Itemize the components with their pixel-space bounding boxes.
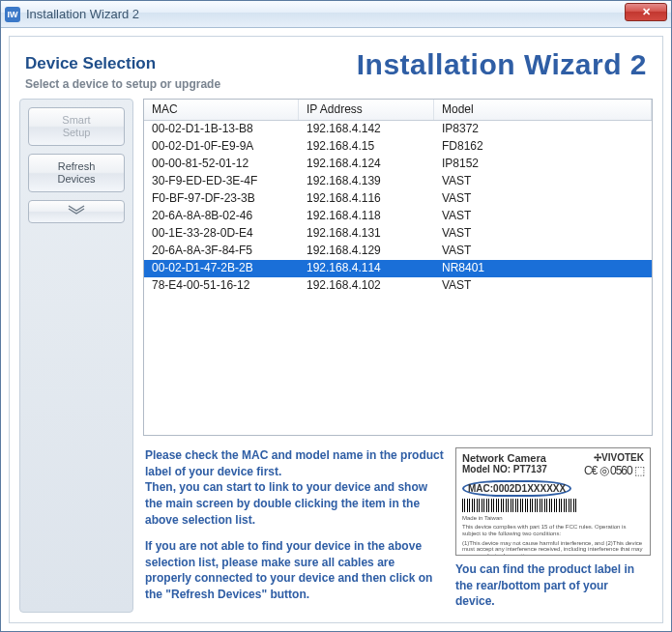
info-p3: If you are not able to find your device …: [145, 538, 444, 603]
product-label-box: Network Camera ✢VIVOTEK Model NO: PT7137…: [455, 447, 651, 613]
cell-model: FD8162: [434, 138, 652, 156]
window-title: Installation Wizard 2: [26, 7, 139, 21]
cell-model: VAST: [434, 173, 652, 190]
sidebar: Smart Setup Refresh Devices: [19, 99, 133, 613]
label-fineprint2: This device complies with part 15 of the…: [462, 524, 644, 536]
content-area: Device Selection Select a device to setu…: [1, 28, 671, 631]
cell-model: VAST: [434, 243, 652, 260]
cell-ip: 192.168.4.116: [299, 190, 434, 208]
table-row[interactable]: F0-BF-97-DF-23-3B192.168.4.116VAST: [144, 190, 652, 208]
cell-mac: 20-6A-8A-3F-84-F5: [144, 243, 299, 260]
cell-ip: 192.168.4.124: [299, 156, 434, 173]
col-header-model[interactable]: Model: [434, 100, 652, 120]
cell-mac: 30-F9-ED-ED-3E-4F: [144, 173, 299, 190]
barcode-icon: [462, 499, 578, 512]
cell-ip: 192.168.4.142: [299, 121, 434, 138]
info-text: Please check the MAC and model name in t…: [145, 447, 444, 613]
cell-mac: 20-6A-8A-8B-02-46: [144, 208, 299, 225]
titlebar: IW Installation Wizard 2 ✕: [1, 1, 671, 28]
refresh-devices-button[interactable]: Refresh Devices: [28, 154, 125, 192]
app-window: IW Installation Wizard 2 ✕ Device Select…: [0, 0, 672, 632]
info-p1: Please check the MAC and model name in t…: [145, 448, 444, 478]
table-row[interactable]: 00-02-D1-0F-E9-9A192.168.4.15FD8162: [144, 138, 652, 156]
cell-ip: 192.168.4.15: [299, 138, 434, 156]
cell-mac: 00-1E-33-28-0D-E4: [144, 225, 299, 243]
info-p2: Then, you can start to link to your devi…: [145, 480, 427, 527]
col-header-ip[interactable]: IP Address: [299, 100, 434, 120]
app-icon: IW: [5, 7, 20, 22]
cell-mac: 00-02-D1-0F-E9-9A: [144, 138, 299, 156]
info-row: Please check the MAC and model name in t…: [143, 444, 653, 613]
cell-model: VAST: [434, 208, 652, 225]
smart-setup-button[interactable]: Smart Setup: [28, 107, 125, 146]
label-fineprint1: Made in Taiwan: [462, 515, 644, 522]
label-brand: ✢VIVOTEK: [594, 452, 644, 463]
table-row[interactable]: 00-00-81-52-01-12192.168.4.124IP8152: [144, 156, 652, 173]
table-row[interactable]: 20-6A-8A-3F-84-F5192.168.4.129VAST: [144, 243, 652, 260]
device-table: MAC IP Address Model 00-02-D1-1B-13-B819…: [143, 99, 653, 436]
table-row[interactable]: 20-6A-8A-8B-02-46192.168.4.118VAST: [144, 208, 652, 225]
cell-ip: 192.168.4.139: [299, 173, 434, 190]
col-header-mac[interactable]: MAC: [144, 100, 299, 120]
cell-model: VAST: [434, 225, 652, 243]
header: Device Selection Select a device to setu…: [10, 37, 662, 99]
cell-model: VAST: [434, 190, 652, 208]
cell-ip: 192.168.4.114: [299, 260, 434, 277]
page-subtitle: Select a device to setup or upgrade: [25, 77, 220, 91]
table-header: MAC IP Address Model: [144, 100, 652, 121]
expand-button[interactable]: [28, 200, 125, 223]
table-row[interactable]: 00-1E-33-28-0D-E4192.168.4.131VAST: [144, 225, 652, 243]
table-row[interactable]: 00-02-D1-47-2B-2B192.168.4.114NR8401: [144, 260, 652, 277]
cell-model: IP8372: [434, 121, 652, 138]
table-body: 00-02-D1-1B-13-B8192.168.4.142IP837200-0…: [144, 121, 652, 295]
cell-mac: 00-00-81-52-01-12: [144, 156, 299, 173]
inner-panel: Device Selection Select a device to setu…: [9, 36, 663, 623]
chevron-down-icon: [67, 205, 86, 217]
table-row[interactable]: 30-F9-ED-ED-3E-4F192.168.4.139VAST: [144, 173, 652, 190]
cell-ip: 192.168.4.102: [299, 277, 434, 295]
cell-ip: 192.168.4.131: [299, 225, 434, 243]
cell-mac: 00-02-D1-47-2B-2B: [144, 260, 299, 277]
page-title: Device Selection: [25, 54, 220, 73]
label-fineprint3: (1)This device may not cause harmful int…: [462, 540, 644, 556]
table-row[interactable]: 00-02-D1-1B-13-B8192.168.4.142IP8372: [144, 121, 652, 138]
table-row[interactable]: 78-E4-00-51-16-12192.168.4.102VAST: [144, 277, 652, 295]
cell-ip: 192.168.4.129: [299, 243, 434, 260]
cell-mac: 78-E4-00-51-16-12: [144, 277, 299, 295]
cell-ip: 192.168.4.118: [299, 208, 434, 225]
product-label: Network Camera ✢VIVOTEK Model NO: PT7137…: [455, 447, 651, 556]
brand-title: Installation Wizard 2: [357, 48, 647, 81]
label-caption: You can find the product label in the re…: [455, 561, 651, 610]
cell-mac: 00-02-D1-1B-13-B8: [144, 121, 299, 138]
main-area: MAC IP Address Model 00-02-D1-1B-13-B819…: [143, 99, 653, 613]
cell-model: NR8401: [434, 260, 652, 277]
cell-model: IP8152: [434, 156, 652, 173]
label-name: Network Camera: [462, 452, 546, 464]
cell-model: VAST: [434, 277, 652, 295]
label-ce: C€ ◎ 0560 ⬚: [584, 464, 644, 477]
cell-mac: F0-BF-97-DF-23-3B: [144, 190, 299, 208]
close-icon: ✕: [642, 6, 651, 18]
body: Smart Setup Refresh Devices MAC IP Addre…: [10, 99, 662, 622]
label-modelno: Model NO: PT7137: [462, 464, 547, 474]
label-mac: MAC:0002D1XXXXXX: [462, 480, 571, 497]
close-button[interactable]: ✕: [625, 3, 667, 21]
